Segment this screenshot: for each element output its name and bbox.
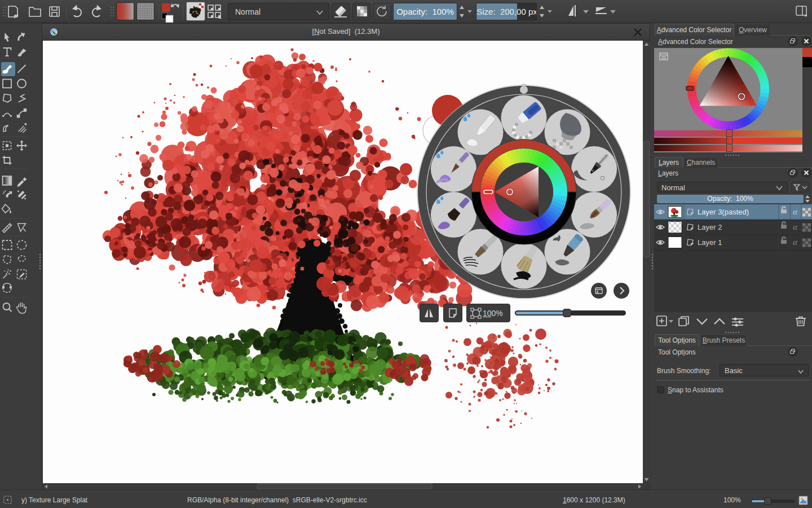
svg-text:α: α <box>793 238 798 247</box>
svg-text:α: α <box>793 207 798 216</box>
svg-text:Layer 2: Layer 2 <box>698 223 722 231</box>
svg-text:α: α <box>793 222 798 231</box>
svg-text:Layer 3(pasted): Layer 3(pasted) <box>698 208 749 216</box>
svg-text:Layer 1: Layer 1 <box>698 238 722 247</box>
